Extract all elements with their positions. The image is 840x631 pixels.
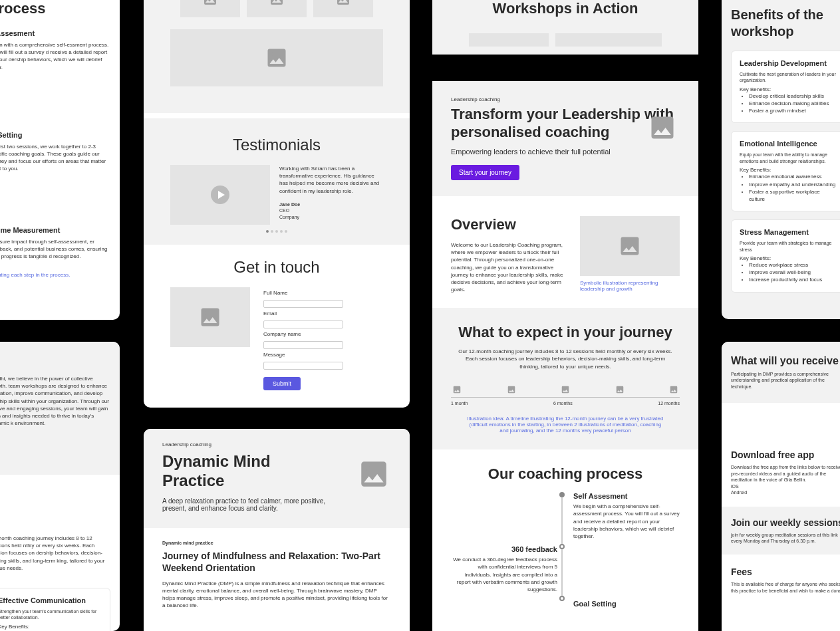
contact-image bbox=[170, 287, 250, 347]
submit-button[interactable]: Submit bbox=[263, 377, 301, 390]
wia-thumb-2 bbox=[555, 33, 662, 47]
tl-6months: 6 months bbox=[553, 400, 573, 406]
card-benefits: Benefits of the workshop Leadership Deve… bbox=[722, 0, 840, 319]
tl-img-3 bbox=[559, 385, 571, 394]
dmp-hero-image bbox=[354, 455, 394, 493]
effective-comm-card: Effective Communication Strengthen your … bbox=[0, 588, 110, 631]
process-note: esenting each step in the process. bbox=[0, 272, 110, 278]
tl-img-4 bbox=[614, 385, 626, 394]
p1-heading: Self Assesment bbox=[573, 492, 680, 500]
fn-input[interactable] bbox=[263, 300, 343, 308]
testimonial-role: CEO bbox=[279, 207, 383, 213]
ec-body: Strengthen your team's communication ski… bbox=[0, 608, 102, 621]
benefit-stress: Stress Management Provide your team with… bbox=[731, 219, 840, 292]
benefit-leadership: Leadership Development Cultivate the nex… bbox=[731, 51, 840, 123]
overview-image bbox=[580, 216, 680, 276]
start-journey-button[interactable]: Start your journey bbox=[451, 165, 519, 180]
wia-heading: Workshops in Action bbox=[451, 0, 680, 17]
msg-input[interactable] bbox=[263, 362, 343, 370]
kb1: Key Benefits: bbox=[740, 86, 837, 92]
b3-body: Provide your team with strategies to man… bbox=[740, 240, 837, 253]
wia-thumb-1 bbox=[469, 33, 549, 47]
cn-input[interactable] bbox=[263, 341, 343, 349]
testimonials-heading: Testimonials bbox=[170, 136, 383, 154]
dmp-body: Dynamic Mind Practice (DMP) is a simple … bbox=[162, 580, 391, 610]
em-label: Email bbox=[263, 311, 383, 316]
b1-heading: Leadership Development bbox=[740, 59, 837, 67]
b3-heading: Stress Management bbox=[740, 228, 837, 236]
process-heading-2: Our coaching process bbox=[451, 465, 680, 483]
tl-img-2 bbox=[505, 385, 517, 394]
card-testimonials: Testimonials Working with Sriram has bee… bbox=[144, 0, 410, 408]
b1-body: Cultivate the next generation of leaders… bbox=[740, 71, 837, 84]
cn-label: Company name bbox=[263, 331, 383, 337]
overview-heading: Overview bbox=[451, 216, 569, 233]
p2-heading: 360 feedback bbox=[451, 545, 557, 553]
p2-body: We conduct a 360-degree feedback process… bbox=[451, 556, 557, 593]
step3-heading: tcome Measurement bbox=[0, 226, 110, 234]
receive-body: Participating in DMP provides a comprehe… bbox=[731, 371, 840, 390]
step3-body: measure impact through self-assessment, … bbox=[0, 238, 110, 261]
dmp-h2: Journey of Mindfulness and Relaxation: T… bbox=[162, 550, 391, 574]
msg-label: Message bbox=[263, 352, 383, 358]
gallery-main bbox=[170, 29, 383, 86]
p3-heading: Goal Setting bbox=[573, 600, 680, 608]
illustration-note: Illustration idea: A timeline illustrati… bbox=[451, 416, 680, 434]
card-process: process lf Assesment begin with a compre… bbox=[0, 0, 120, 320]
git-heading: Get in touch bbox=[170, 258, 383, 277]
card-workshop-left: maidhi, we believe in the power of colle… bbox=[0, 342, 120, 631]
process-heading: process bbox=[0, 0, 110, 17]
ios-link[interactable]: iOS bbox=[731, 483, 840, 489]
b2-body: Equip your team with the ability to mana… bbox=[740, 152, 837, 164]
benefit-ei: Emotional Intelligence Equip your team w… bbox=[731, 131, 840, 211]
em-input[interactable] bbox=[263, 320, 343, 328]
tl-img-5 bbox=[668, 385, 680, 394]
workshop-intro: maidhi, we believe in the power of colle… bbox=[0, 375, 110, 427]
carousel-dots[interactable] bbox=[170, 230, 383, 233]
testimonial-quote: Working with Sriram has been a transform… bbox=[279, 165, 383, 195]
testimonial-company: Company bbox=[279, 214, 383, 220]
workshop-journey: 12-month coaching journey includes 8 to … bbox=[0, 535, 110, 572]
receive-heading: What will you receive bbox=[731, 355, 840, 367]
coach-sub: Empowering leaders to achieve their full… bbox=[451, 148, 680, 156]
fees-body: This is available free of charge for any… bbox=[731, 581, 840, 594]
coach-eyebrow: Leadership coaching bbox=[451, 96, 680, 103]
download-body: Download the free app from the links bel… bbox=[731, 464, 840, 483]
step1-body: begin with a comprehensive self-essment … bbox=[0, 41, 110, 71]
card-dmp: Leadership coaching Dynamic Mind Practic… bbox=[144, 429, 410, 631]
dmp-heading: Dynamic Mind Practice bbox=[162, 452, 282, 491]
card-coaching: Workshops in Action Leadership coaching … bbox=[432, 0, 698, 631]
dmp-subeye: Dynamic mind practice bbox=[162, 540, 391, 546]
play-icon[interactable] bbox=[211, 186, 229, 204]
gallery-thumb-3 bbox=[313, 0, 373, 17]
step2-body: he first two sessions, we work together … bbox=[0, 143, 110, 173]
expect-heading: What to expect in your journey bbox=[451, 324, 680, 341]
fn-label: Full Name bbox=[263, 290, 383, 296]
expect-body: Our 12-month coaching journey includes 8… bbox=[451, 348, 680, 370]
kb3: Key Benefits: bbox=[740, 255, 837, 261]
testimonial-video[interactable] bbox=[170, 165, 270, 225]
gallery-thumb-2 bbox=[247, 0, 307, 17]
overview-body: Welcome to our Leadership Coaching progr… bbox=[451, 241, 569, 293]
download-heading: Download free app bbox=[731, 449, 840, 460]
tl-12months: 12 months bbox=[658, 400, 680, 406]
ec-heading: Effective Communication bbox=[0, 596, 102, 604]
card-receive: What will you receive Participating in D… bbox=[722, 342, 840, 631]
tl-dot-1 bbox=[559, 492, 565, 497]
step1-heading: lf Assesment bbox=[0, 29, 110, 37]
testimonial-name: Jane Doe bbox=[279, 201, 383, 207]
kb2: Key Benefits: bbox=[740, 167, 837, 173]
b2-heading: Emotional Intelligence bbox=[740, 140, 837, 148]
tl-1month: 1 month bbox=[451, 400, 468, 406]
kb-label: Key Benefits: bbox=[0, 624, 102, 630]
overview-caption: Symbolic illustration representing leade… bbox=[580, 280, 680, 292]
coach-hero-image bbox=[642, 110, 682, 145]
fees-heading: Fees bbox=[731, 567, 840, 577]
p1-body: We begin with a comprehensive self-asses… bbox=[573, 503, 680, 540]
step2-heading: al Setting bbox=[0, 131, 110, 139]
android-link[interactable]: Android bbox=[731, 489, 840, 495]
benefits-heading: Benefits of the workshop bbox=[731, 7, 840, 40]
join-heading: Join our weekly sessions bbox=[731, 517, 840, 528]
gallery-thumb-1 bbox=[180, 0, 240, 17]
dmp-sub: A deep relaxation practice to feel calme… bbox=[162, 497, 335, 512]
